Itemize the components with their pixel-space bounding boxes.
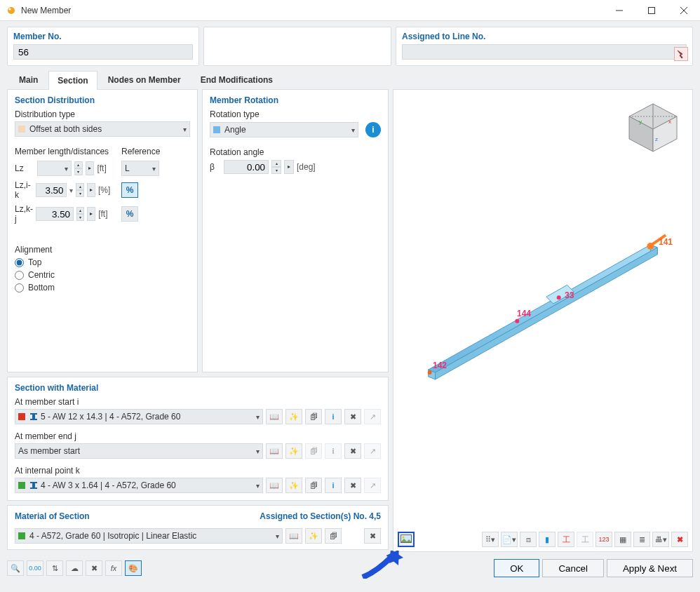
delete-icon[interactable]: ✖ (344, 409, 361, 424)
lz-value-combo[interactable]: ▾ (37, 161, 72, 176)
apply-next-button[interactable]: Apply & Next (607, 559, 693, 577)
chevron-down-icon: ▾ (152, 165, 156, 173)
units-icon[interactable]: 0.00 (27, 560, 43, 576)
window-title: New Member (21, 6, 603, 15)
delete-icon[interactable]: ✖ (344, 443, 361, 459)
remove-icon[interactable]: ✖ (86, 560, 102, 576)
new-icon[interactable]: ✨ (285, 478, 302, 493)
tab-endmod[interactable]: End Modifications (191, 70, 282, 89)
swm-int-combo[interactable]: 4 - AW 3 x 1.64 | 4 - A572, Grade 60 ▾ (15, 478, 263, 493)
dist-type-value: Offset at both sides (29, 124, 102, 134)
wireframe-icon[interactable]: ⧈ (520, 532, 537, 547)
beta-play[interactable]: ▸ (284, 160, 294, 174)
info-icon[interactable]: i (325, 478, 342, 493)
palette-icon[interactable]: 🎨 (125, 560, 142, 576)
cloud-icon[interactable]: ☁ (66, 560, 83, 576)
maximize-button[interactable] (635, 0, 668, 21)
new-icon[interactable]: ✨ (285, 443, 302, 459)
delete-icon[interactable]: ✖ (364, 528, 381, 544)
reset-view-icon[interactable]: ✖ (671, 532, 688, 547)
display-icon[interactable]: 📄▾ (501, 532, 518, 547)
tabs: Main Section Nodes on Member End Modific… (0, 70, 700, 89)
tab-main[interactable]: Main (10, 70, 47, 89)
dist-type-combo[interactable]: Offset at both sides ▾ (15, 121, 190, 137)
lzik-input[interactable] (36, 183, 67, 197)
library-icon[interactable]: 📖 (266, 409, 283, 424)
lzik-play[interactable]: ▸ (87, 183, 95, 197)
ok-button[interactable]: OK (494, 559, 539, 577)
align-centric-radio[interactable]: Centric (15, 270, 190, 280)
svg-point-22 (515, 319, 519, 323)
header-row: Member No. Assigned to Line No. (0, 21, 700, 70)
mat-combo[interactable]: 4 - A572, Grade 60 | Isotropic | Linear … (15, 528, 283, 544)
swm-end-label: At member end j (15, 431, 381, 441)
rot-type-label: Rotation type (210, 109, 381, 119)
numbers-icon[interactable]: 123 (595, 532, 612, 547)
print-icon[interactable]: 🖶▾ (652, 532, 669, 547)
align-top-label: Top (28, 257, 41, 267)
toggle1-icon[interactable]: ⇅ (46, 560, 63, 576)
lz-play[interactable]: ▸ (86, 161, 95, 175)
copy-icon[interactable]: 🗐 (325, 528, 342, 544)
beta-spinner[interactable]: ▴▾ (271, 160, 281, 174)
beam-preview[interactable]: 141 33 144 142 (408, 230, 671, 384)
i-section-icon (29, 481, 38, 490)
cancel-button[interactable]: Cancel (542, 559, 604, 577)
lz-spinner[interactable]: ▴▾ (74, 161, 83, 175)
view-mode-icon[interactable]: ⠿▾ (482, 532, 499, 547)
new-icon[interactable]: ✨ (285, 409, 302, 424)
lzkj-pct-button[interactable]: % (121, 206, 138, 222)
lzkj-unit: [ft] (98, 209, 114, 219)
lzik-pct-button[interactable]: % (121, 182, 138, 198)
reference-combo[interactable]: L ▾ (121, 161, 159, 176)
chevron-down-icon: ▾ (183, 126, 187, 133)
solid-icon[interactable]: ▮ (539, 532, 556, 547)
swm-end-combo[interactable]: As member start ▾ (15, 443, 263, 459)
svg-point-25 (403, 537, 405, 539)
dist-type-swatch (18, 126, 25, 133)
mat-assigned-value: 4,5 (369, 511, 381, 521)
chevron-down-icon: ▾ (276, 532, 279, 540)
align-top-radio[interactable]: Top (15, 257, 190, 267)
align-bottom-radio[interactable]: Bottom (15, 283, 190, 292)
list-icon[interactable]: ≣ (633, 532, 650, 547)
render-image-button[interactable] (398, 532, 415, 547)
beta-input[interactable] (224, 160, 269, 174)
pick-line-button[interactable] (674, 47, 688, 61)
member-len-label: Member length/distances (15, 147, 114, 156)
minimize-button[interactable] (603, 0, 635, 21)
copy-icon[interactable]: 🗐 (305, 409, 322, 424)
info-icon[interactable]: i (365, 122, 381, 137)
lzik-spinner[interactable]: ▴▾ (76, 183, 84, 197)
lzkj-input[interactable] (36, 207, 74, 221)
lzik-label: Lz,i-k (15, 180, 33, 200)
member-no-input[interactable] (13, 44, 193, 60)
library-icon[interactable]: 📖 (266, 443, 283, 459)
svg-point-1 (8, 8, 11, 10)
copy-icon[interactable]: 🗐 (305, 478, 322, 493)
library-icon[interactable]: 📖 (285, 528, 302, 544)
fx-icon[interactable]: fx (105, 560, 122, 576)
search-icon[interactable]: 🔍 (7, 560, 24, 576)
lzkj-spinner[interactable]: ▴▾ (76, 207, 84, 221)
delete-icon[interactable]: ✖ (344, 478, 361, 493)
assigned-input[interactable] (402, 44, 687, 60)
section-icon[interactable]: 工 (558, 532, 574, 547)
library-icon[interactable]: 📖 (266, 478, 283, 493)
rot-type-combo[interactable]: Angle ▾ (210, 122, 358, 137)
section-distribution-title: Section Distribution (15, 95, 190, 105)
info-icon[interactable]: i (325, 409, 342, 424)
swm-title: Section with Material (15, 383, 381, 393)
tab-section[interactable]: Section (48, 71, 97, 90)
orientation-cube-icon[interactable]: x y z (625, 102, 681, 153)
new-icon[interactable]: ✨ (305, 528, 322, 544)
lzkj-play[interactable]: ▸ (87, 207, 95, 221)
chevron-down-icon: ▾ (256, 448, 260, 455)
swm-start-combo[interactable]: 5 - AW 12 x 14.3 | 4 - A572, Grade 60 ▾ (15, 409, 263, 424)
svg-point-23 (557, 295, 561, 300)
tab-nodes[interactable]: Nodes on Member (99, 70, 190, 89)
align-bottom-label: Bottom (28, 283, 55, 292)
grid-icon[interactable]: ▦ (614, 532, 631, 547)
chevron-down-icon: ▾ (351, 126, 355, 134)
close-button[interactable] (668, 0, 700, 21)
